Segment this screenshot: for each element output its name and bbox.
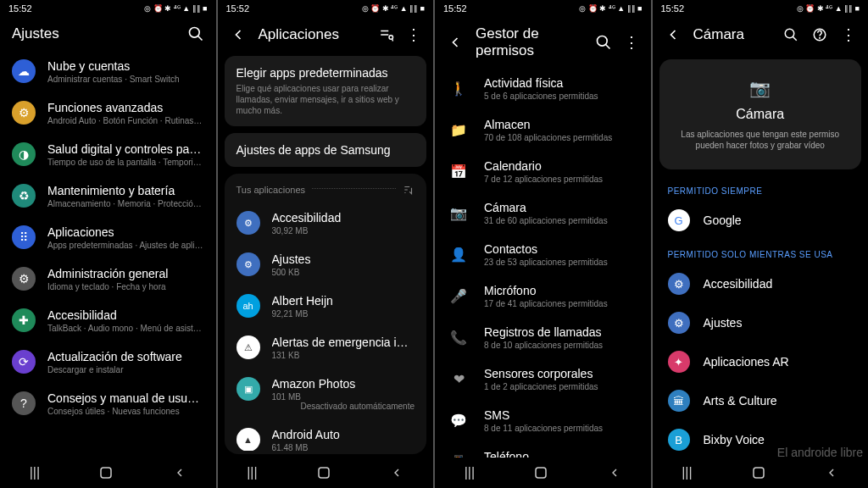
settings-row[interactable]: ♻ Mantenimiento y batería Almacenamiento… (0, 175, 216, 217)
camera-app-row[interactable]: ⚙ Ajustes (653, 303, 869, 342)
back-icon[interactable] (447, 34, 464, 51)
home-icon[interactable] (533, 465, 548, 480)
status-icons: ◎ ⏰ ✱ ⁴ᴳ ▲ ∥∥ ■ (144, 4, 207, 13)
more-icon[interactable]: ⋮ (406, 25, 421, 44)
row-title: Mantenimiento y batería (47, 184, 204, 197)
permission-sub: 8 de 10 aplicaciones permitidas (484, 341, 636, 350)
more-icon[interactable]: ⋮ (841, 25, 856, 44)
permission-row[interactable]: 📁 Almacen 70 de 108 aplicaciones permiti… (435, 109, 651, 151)
settings-row[interactable]: ? Consejos y manual de usuario Consejos … (0, 383, 216, 424)
back-icon[interactable] (230, 26, 247, 43)
app-row[interactable]: ⚠ Alertas de emergencia inalámbric.. 131… (225, 327, 427, 369)
search-icon[interactable] (783, 27, 798, 42)
section-header: Tus aplicaciones (225, 177, 427, 202)
app-icon: ✦ (668, 351, 690, 373)
header: Gestor de permisos ⋮ (435, 17, 651, 68)
recent-apps-icon[interactable]: ||| (682, 465, 692, 480)
page-title: Ajustes (12, 25, 175, 42)
camera-icon: 📷 (749, 78, 771, 98)
app-extra: Desactivado automáticamente (272, 402, 415, 411)
row-icon: ☁ (12, 59, 36, 83)
recent-apps-icon[interactable]: ||| (465, 465, 475, 480)
svg-line-6 (392, 39, 393, 41)
settings-row[interactable]: ⠿ Aplicaciones Apps predeterminadas · Aj… (0, 217, 216, 258)
recent-apps-icon[interactable]: ||| (30, 465, 40, 480)
app-title: Accesibilidad (272, 211, 415, 225)
sort-icon[interactable] (403, 184, 415, 196)
header: Ajustes (0, 17, 216, 51)
home-icon[interactable] (316, 465, 331, 480)
camera-app-row[interactable]: G Google (653, 201, 869, 240)
back-icon[interactable] (173, 466, 186, 480)
nav-bar: ||| (435, 458, 651, 488)
permission-row[interactable]: 📱 Teléfono 63 de 81 aplicaciones permiti… (435, 441, 651, 458)
app-row[interactable]: ah Albert Heijn 92,21 MB (225, 286, 427, 327)
recent-apps-icon[interactable]: ||| (247, 465, 257, 480)
app-row[interactable]: ▣ Amazon Photos 101 MB Desactivado autom… (225, 369, 427, 419)
default-apps-panel[interactable]: Elegir apps predeterminadas Elige qué ap… (225, 56, 427, 126)
settings-row[interactable]: ☁ Nube y cuentas Administrar cuentas · S… (0, 51, 216, 92)
app-row[interactable]: ▲ Android Auto 61,48 MB (225, 419, 427, 451)
camera-perm-body: 📷 Cámara Las aplicaciones que tengan est… (653, 53, 869, 458)
permission-sub: 17 de 41 aplicaciones permitidas (484, 299, 636, 308)
settings-row[interactable]: ✚ Accesibilidad TalkBack · Audio mono · … (0, 300, 216, 341)
permission-title: Registros de llamadas (484, 325, 636, 339)
permission-row[interactable]: 💬 SMS 8 de 11 aplicaciones permitidas (435, 400, 651, 441)
category-while-use: PERMITIDO SOLO MIENTRAS SE USA (653, 240, 869, 264)
app-sub: 131 KB (272, 351, 415, 360)
permission-row[interactable]: 📷 Cámara 31 de 60 aplicaciones permitida… (435, 192, 651, 234)
samsung-apps-panel[interactable]: Ajustes de apps de Samsung (225, 133, 427, 167)
permission-row[interactable]: 📅 Calendario 7 de 12 aplicaciones permit… (435, 151, 651, 192)
permission-row[interactable]: ❤ Sensores corporales 1 de 2 aplicacione… (435, 358, 651, 400)
permission-sub: 8 de 11 aplicaciones permitidas (484, 424, 636, 433)
home-icon[interactable] (751, 465, 766, 480)
status-bar: 15:52 ◎ ⏰ ✱ ⁴ᴳ ▲ ∥∥ ■ (435, 0, 651, 17)
camera-app-row[interactable]: 🏛 Arts & Culture (653, 381, 869, 420)
settings-row[interactable]: ◑ Salud digital y controles parentales T… (0, 134, 216, 175)
permission-icon: 📁 (450, 122, 467, 138)
permission-row[interactable]: 📞 Registros de llamadas 8 de 10 aplicaci… (435, 317, 651, 358)
settings-row[interactable]: ⚙ Funciones avanzadas Android Auto · Bot… (0, 92, 216, 134)
camera-app-row[interactable]: ⚙ Accesibilidad (653, 264, 869, 303)
back-icon[interactable] (608, 466, 621, 480)
card-title: Cámara (676, 107, 845, 122)
panel-title: Elegir apps predeterminadas (236, 66, 415, 80)
svg-rect-13 (536, 468, 546, 478)
settings-row[interactable]: ⟳ Actualización de software Descargar e … (0, 341, 216, 383)
permission-sub: 1 de 2 aplicaciones permitidas (484, 382, 636, 391)
status-bar: 15:52 ◎ ⏰ ✱ ⁴ᴳ ▲ ∥∥ ■ (0, 0, 216, 17)
app-row[interactable]: ⚙ Accesibilidad 30,92 MB (225, 202, 427, 244)
row-icon: ♻ (12, 184, 36, 208)
camera-app-row[interactable]: ✦ Aplicaciones AR (653, 342, 869, 381)
back-icon[interactable] (825, 466, 838, 480)
header: Cámara ⋮ (653, 17, 869, 53)
status-time: 15:52 (443, 3, 467, 14)
status-icons: ◎ ⏰ ✱ ⁴ᴳ ▲ ∥∥ ■ (579, 4, 642, 13)
settings-row[interactable]: ⚙ Administración general Idioma y teclad… (0, 258, 216, 300)
back-icon[interactable] (390, 466, 403, 480)
page-title: Aplicaciones (259, 26, 368, 43)
row-sub: Descargar e instalar (47, 365, 204, 374)
home-icon[interactable] (98, 465, 114, 480)
watermark: El androide libre (777, 446, 863, 459)
help-icon[interactable] (812, 27, 827, 42)
more-icon[interactable]: ⋮ (624, 33, 639, 52)
row-title: Consejos y manual de usuario (47, 391, 204, 405)
nav-bar: ||| (0, 458, 216, 488)
app-row[interactable]: ⚙ Ajustes 500 KB (225, 244, 427, 286)
app-title: Albert Heijn (272, 294, 415, 308)
status-icons: ◎ ⏰ ✱ ⁴ᴳ ▲ ∥∥ ■ (362, 4, 425, 13)
card-sub: Las aplicaciones que tengan este permiso… (676, 129, 845, 151)
permission-title: Contactos (484, 242, 636, 256)
app-icon: ⚠ (236, 336, 260, 359)
permission-icon: 💬 (450, 413, 467, 429)
search-icon[interactable] (187, 25, 204, 42)
search-icon[interactable] (595, 34, 612, 51)
permission-row[interactable]: 🎤 Micrófono 17 de 41 aplicaciones permit… (435, 275, 651, 317)
permission-row[interactable]: 🚶 Actividad física 5 de 6 aplicaciones p… (435, 68, 651, 109)
category-always: PERMITIDO SIEMPRE (653, 176, 869, 201)
back-icon[interactable] (665, 26, 682, 43)
row-sub: Administrar cuentas · Smart Switch (47, 75, 204, 84)
permission-row[interactable]: 👤 Contactos 23 de 53 aplicaciones permit… (435, 234, 651, 275)
filter-search-icon[interactable] (379, 27, 394, 42)
